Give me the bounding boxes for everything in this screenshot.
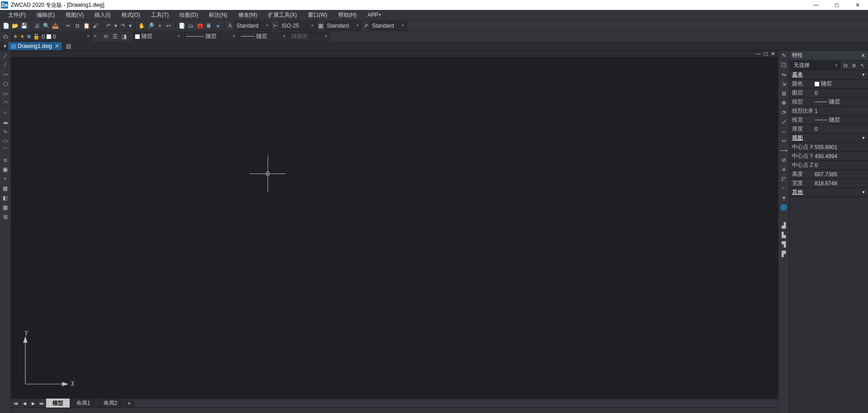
draworder-above-icon[interactable]: ▜ — [780, 240, 788, 249]
redo-dd-icon[interactable]: ▾ — [128, 22, 132, 30]
layer-combo[interactable]: ☀☀❄🔓⎙ 0 ▼ — [11, 32, 92, 41]
section-view[interactable]: 视图▼ — [789, 134, 868, 143]
minimize-button[interactable]: — — [806, 0, 826, 10]
prop-value[interactable]: 607.7385 — [813, 171, 865, 178]
toolpalette-icon[interactable]: 🧰 — [196, 22, 204, 30]
menu-file[interactable]: 文件(F) — [3, 10, 31, 20]
extend-icon[interactable]: ⟶ — [780, 146, 788, 155]
join-icon[interactable]: ⧺ — [780, 165, 788, 174]
zoom-win-icon[interactable]: ⌖ — [156, 22, 164, 30]
redo-icon[interactable]: ↷ — [119, 22, 127, 30]
prop-row[interactable]: 中心点 Z0 — [789, 161, 868, 170]
undo-icon[interactable]: ↶ — [104, 22, 113, 30]
zoom-rt-icon[interactable]: 🔎 — [146, 22, 155, 30]
maximize-button[interactable]: ◻ — [826, 0, 847, 10]
revcloud-icon[interactable]: ☁ — [1, 118, 9, 126]
prop-value[interactable]: 818.6748 — [813, 180, 865, 187]
hatch-icon[interactable]: ▦ — [1, 184, 9, 192]
prop-value[interactable]: 随层 — [813, 80, 865, 88]
tablestyle-combo[interactable]: Standard▼ — [325, 21, 362, 30]
rotate-icon[interactable]: ⟳ — [780, 108, 788, 117]
prop-row[interactable]: 图层0 — [789, 89, 868, 98]
menu-ext[interactable]: 扩展工具(X) — [263, 10, 302, 20]
menu-insert[interactable]: 插入(I) — [89, 10, 116, 20]
open-icon[interactable]: 📂 — [11, 22, 19, 30]
prop-row[interactable]: 中心点 X555.8901 — [789, 143, 868, 152]
prop-value[interactable]: 0 — [813, 90, 865, 96]
prop-value[interactable]: 450.4994 — [813, 153, 865, 160]
region-icon[interactable]: ▩ — [1, 203, 9, 211]
mirror-icon[interactable]: ⇋ — [780, 70, 788, 79]
prop-value[interactable]: 1 — [813, 108, 865, 114]
layerstate-icon[interactable]: ☰ — [111, 33, 119, 41]
fillet-icon[interactable]: ◜ — [780, 184, 788, 192]
line-icon[interactable]: ／ — [1, 52, 9, 60]
selection-combo[interactable]: 无选择▼ — [791, 61, 840, 70]
pan-icon[interactable]: ✋ — [137, 22, 146, 30]
prop-row[interactable]: 线型比例1 — [789, 107, 868, 116]
scale-icon[interactable]: ⤢ — [780, 118, 788, 126]
prop-value[interactable]: 0 — [813, 126, 865, 132]
world-icon[interactable]: 🌐 — [780, 203, 788, 211]
prop-row[interactable]: 厚度0 — [789, 125, 868, 134]
prop-value[interactable]: 随层 — [813, 98, 865, 106]
gradient-icon[interactable]: ◧ — [1, 194, 9, 202]
layout-tab-model[interactable]: 模型 — [46, 399, 70, 408]
save-icon[interactable]: 💾 — [20, 22, 28, 30]
publish-icon[interactable]: 📤 — [51, 22, 59, 30]
xline-icon[interactable]: ∕ — [1, 61, 9, 69]
spline-icon[interactable]: ∿ — [1, 127, 9, 136]
polygon-icon[interactable]: ⬠ — [1, 80, 9, 88]
props-icon[interactable]: 📑 — [178, 22, 186, 30]
new-icon[interactable]: 📄 — [2, 22, 10, 30]
table-icon[interactable]: ⊞ — [1, 213, 9, 221]
undo-dd-icon[interactable]: ▾ — [113, 22, 118, 30]
menu-draw[interactable]: 绘图(D) — [174, 10, 203, 20]
menu-window[interactable]: 窗口(W) — [302, 10, 333, 20]
point-icon[interactable]: • — [1, 175, 9, 183]
file-tab-close-icon[interactable]: ✕ — [55, 43, 59, 49]
circle-icon[interactable]: ○ — [1, 108, 9, 117]
tab-nav-prev[interactable]: ◀ — [20, 400, 28, 407]
move-icon[interactable]: ✥ — [780, 99, 788, 107]
layout-tab-add[interactable]: + — [124, 399, 134, 408]
ellipse-icon[interactable]: ⬭ — [1, 137, 9, 145]
layeriso-icon[interactable]: ◨ — [120, 33, 128, 41]
dimstyle-combo[interactable]: ISO-25▼ — [279, 21, 316, 30]
chamfer-icon[interactable]: ◸ — [780, 175, 788, 183]
calc-icon[interactable]: 🖩 — [205, 22, 213, 30]
menu-app[interactable]: APP+ — [362, 11, 387, 19]
color-combo[interactable]: 随层▼ — [133, 32, 183, 41]
arc-icon[interactable]: ◠ — [1, 99, 9, 107]
quickselect-icon[interactable]: ⧉ — [842, 62, 849, 69]
tab-filter-icon[interactable]: ▾ — [2, 43, 8, 49]
ellipsearc-icon[interactable]: ⌒ — [1, 146, 9, 155]
rectangle-icon[interactable]: ▭ — [1, 89, 9, 98]
layerprev-icon[interactable]: ⟲ — [102, 33, 110, 41]
section-other[interactable]: 其他▼ — [789, 188, 868, 197]
prop-row[interactable]: 中心点 Y450.4994 — [789, 152, 868, 161]
array-icon[interactable]: ⊞ — [780, 89, 788, 98]
break-icon[interactable]: ⊘ — [780, 156, 788, 164]
preview-icon[interactable]: 🔍 — [42, 22, 50, 30]
tab-nav-next[interactable]: ▶ — [29, 400, 37, 407]
menu-format[interactable]: 格式(O) — [116, 10, 146, 20]
draworder-front-icon[interactable]: ▟ — [780, 221, 788, 230]
textstyle-combo[interactable]: Standard▼ — [234, 21, 271, 30]
prop-value[interactable]: 随层 — [813, 116, 865, 124]
draworder-back-icon[interactable]: ▙ — [780, 231, 788, 239]
mleaderstyle-combo[interactable]: Standard▼ — [370, 21, 407, 30]
prop-row[interactable]: 颜色随层 — [789, 80, 868, 89]
menu-edit[interactable]: 编辑(E) — [31, 10, 60, 20]
viewport-min-icon[interactable]: — — [755, 51, 761, 57]
file-tab-add[interactable]: ▤ — [64, 42, 73, 50]
prop-row[interactable]: 线型随层 — [789, 98, 868, 107]
layout-tab-layout1[interactable]: 布局1 — [70, 399, 97, 408]
trim-icon[interactable]: ✂ — [780, 137, 788, 145]
layout-tab-layout2[interactable]: 布局2 — [97, 399, 124, 408]
prop-row[interactable]: 高度607.7385 — [789, 170, 868, 179]
layermgr-icon[interactable]: 🗀 — [2, 33, 10, 41]
match-icon[interactable]: 🖌 — [91, 22, 99, 30]
menu-help[interactable]: 帮助(H) — [333, 10, 362, 20]
cut-icon[interactable]: ✂ — [64, 22, 72, 30]
